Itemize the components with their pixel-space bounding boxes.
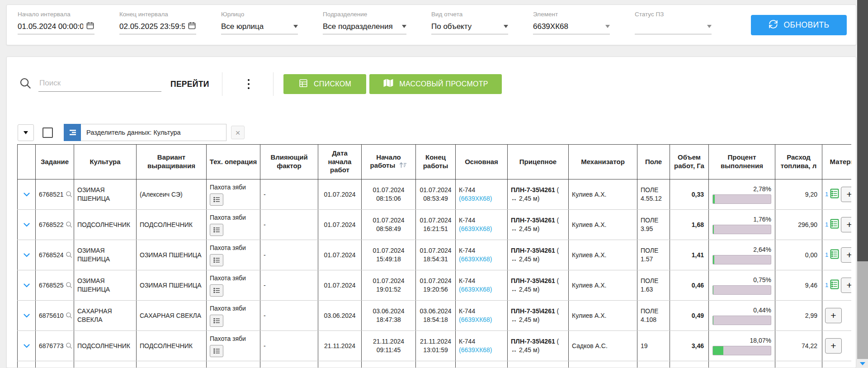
- work-end-cell: 01.07.2024 19:20:56: [416, 270, 456, 301]
- vehicle-number-link[interactable]: (6639ХК68): [459, 255, 492, 263]
- expand-row-icon[interactable]: [24, 312, 30, 319]
- close-icon[interactable]: ×: [231, 126, 245, 139]
- go-button[interactable]: ПЕРЕЙТИ: [168, 79, 212, 90]
- calendar-icon[interactable]: [188, 21, 196, 32]
- trailer-width: ↔ 2,45 м): [511, 346, 539, 354]
- add-material-button[interactable]: +: [825, 308, 842, 323]
- search-task-icon[interactable]: [65, 251, 73, 259]
- search-task-icon[interactable]: [65, 312, 73, 319]
- percent-cell: 1,76%: [709, 210, 775, 240]
- start-date-cell: 03.06.2024: [318, 301, 362, 331]
- expand-row-icon[interactable]: [24, 191, 30, 198]
- task-id[interactable]: 6768522: [39, 221, 64, 228]
- add-material-button[interactable]: +: [825, 338, 842, 354]
- expand-row-icon[interactable]: [24, 342, 30, 349]
- column-header[interactable]: Объем работ, Га: [670, 145, 709, 179]
- operation-list-button[interactable]: [210, 315, 223, 327]
- refresh-button[interactable]: ОБНОВИТЬ: [751, 15, 847, 35]
- task-id[interactable]: 6768521: [39, 191, 64, 198]
- vehicle-number-link[interactable]: (6639ХК68): [459, 346, 492, 354]
- element-select[interactable]: 6639ХК68: [533, 22, 610, 34]
- column-header[interactable]: Дата начала работ: [318, 145, 362, 179]
- column-header[interactable]: Основная: [456, 145, 508, 179]
- kebab-menu-icon[interactable]: [246, 77, 252, 91]
- column-header-label: Расход топлива, л: [781, 153, 816, 170]
- vehicle-number-link[interactable]: (6639ХК68): [459, 195, 492, 202]
- interval-start-input[interactable]: 01.05.2024 00:00:00: [18, 22, 94, 34]
- materials-list-icon[interactable]: [830, 189, 839, 201]
- list-view-button[interactable]: СПИСКОМ: [283, 74, 366, 94]
- column-header[interactable]: Тех. операция: [207, 145, 260, 179]
- add-material-button[interactable]: +: [841, 247, 851, 263]
- column-header[interactable]: Влияющий фактор: [260, 145, 318, 179]
- group-by-icon[interactable]: [64, 124, 81, 141]
- search-task-icon[interactable]: [65, 342, 73, 349]
- chevron-down-icon: [293, 25, 298, 28]
- collapse-all-button[interactable]: [18, 124, 34, 141]
- vehicle-number-link[interactable]: (6639ХК68): [459, 286, 492, 293]
- search-task-icon[interactable]: [65, 282, 73, 289]
- column-header[interactable]: [18, 145, 36, 179]
- materials-cell: 1 + +: [822, 240, 852, 270]
- add-material-button[interactable]: +: [841, 278, 851, 293]
- expand-row-icon[interactable]: [24, 251, 30, 259]
- add-material-button[interactable]: +: [841, 217, 851, 232]
- scrollbar-thumb[interactable]: [857, 0, 868, 261]
- status-pz-select[interactable]: [635, 22, 712, 34]
- column-header[interactable]: Начало работы: [362, 145, 416, 179]
- column-header[interactable]: Прицепное: [508, 145, 569, 179]
- department-select[interactable]: Все подразделения: [323, 22, 406, 34]
- operation-list-button[interactable]: [210, 254, 223, 266]
- column-header[interactable]: Расход топлива, л: [775, 145, 822, 179]
- search-input[interactable]: [38, 77, 161, 92]
- operation-list-button[interactable]: [210, 224, 223, 236]
- operation-cell: Пахота зяби: [207, 179, 260, 210]
- column-header[interactable]: Поле: [637, 145, 670, 179]
- column-header[interactable]: Конец работы: [416, 145, 456, 179]
- add-material-button[interactable]: +: [841, 187, 851, 202]
- table-row-partial: [18, 361, 852, 368]
- expand-row-icon[interactable]: [24, 282, 30, 289]
- mass-view-button[interactable]: МАССОВЫЙ ПРОСМОТР: [369, 74, 502, 94]
- calendar-icon[interactable]: [86, 21, 94, 32]
- operation-list-button[interactable]: [210, 193, 223, 206]
- progress-fill: [713, 346, 723, 355]
- search-task-icon[interactable]: [65, 221, 73, 228]
- percent-label: 2,78%: [712, 185, 771, 193]
- vertical-scrollbar[interactable]: [857, 0, 868, 368]
- main-vehicle-cell: К-744 (6639ХК68): [456, 179, 508, 210]
- task-id[interactable]: 6875610: [39, 312, 64, 319]
- sort-ascending-icon: [399, 162, 407, 171]
- column-header[interactable]: Механизатор: [569, 145, 637, 179]
- mass-view-label: МАССОВЫЙ ПРОСМОТР: [399, 80, 488, 88]
- report-type-select[interactable]: По объекту: [431, 22, 508, 34]
- interval-end-input[interactable]: 02.05.2025 23:59:59: [119, 22, 196, 34]
- trailer-cell: ПЛН-7-35\4261 ( ↔ 2,45 м): [508, 210, 569, 240]
- task-id[interactable]: 6768525: [39, 282, 64, 289]
- task-id[interactable]: 6768524: [39, 251, 64, 259]
- expander-cell: [18, 179, 36, 210]
- start-date-cell: 01.07.2024: [318, 240, 362, 270]
- column-header[interactable]: Культура: [74, 145, 137, 179]
- column-header[interactable]: Задание: [36, 145, 74, 179]
- operation-list-button[interactable]: [210, 284, 223, 297]
- column-header[interactable]: Процент выполнения: [709, 145, 775, 179]
- materials-list-icon[interactable]: [830, 249, 839, 261]
- culture-cell: ОЗИМАЯ ПШЕНИЦА: [74, 240, 137, 270]
- materials-list-icon[interactable]: [830, 279, 839, 292]
- select-all-checkbox[interactable]: [42, 127, 53, 138]
- column-header[interactable]: Вариант выращивания: [137, 145, 207, 179]
- column-header-label: Объем работ, Га: [674, 153, 704, 170]
- materials-list-icon[interactable]: [830, 219, 839, 231]
- materials-count: 1: [825, 221, 828, 229]
- task-id[interactable]: 6876773: [39, 342, 64, 349]
- operation-list-button[interactable]: [210, 345, 223, 357]
- vehicle-number-link[interactable]: (6639ХК68): [459, 316, 492, 323]
- culture-cell: ОЗИМАЯ ПШЕНИЦА: [74, 179, 137, 210]
- expand-row-icon[interactable]: [24, 221, 30, 228]
- column-header[interactable]: Материалы: [822, 145, 852, 179]
- search-task-icon[interactable]: [65, 191, 73, 198]
- vehicle-number-link[interactable]: (6639ХК68): [459, 225, 492, 232]
- scroll-down-button[interactable]: [857, 359, 868, 368]
- legal-entity-select[interactable]: Все юрлица: [221, 22, 298, 34]
